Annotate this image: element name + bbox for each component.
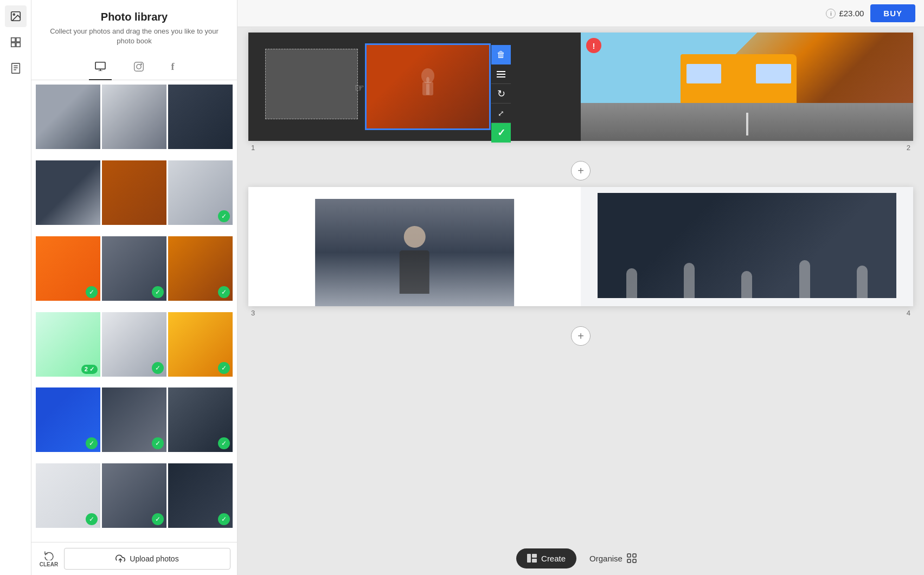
library-footer: CLEAR Upload photos — [31, 542, 237, 575]
check-badge: ✓ — [86, 437, 98, 449]
svg-rect-5 — [16, 43, 20, 47]
add-page-row-2: + — [571, 320, 591, 352]
spread-2: 3 4 — [248, 187, 913, 320]
price-value: £23.00 — [839, 9, 864, 18]
svg-rect-27 — [627, 559, 631, 563]
sidebar — [0, 0, 31, 575]
empty-photo-slot[interactable] — [265, 49, 358, 119]
filter-tool-button[interactable] — [491, 64, 511, 84]
list-item[interactable]: ✓ — [36, 387, 100, 452]
selected-photo-frame[interactable]: 🗑 ↻ ⤢ ✓ — [365, 43, 491, 130]
organise-button[interactable]: Organise — [581, 548, 645, 568]
rotate-tool-button[interactable]: ↻ — [491, 84, 511, 104]
list-item[interactable] — [102, 85, 166, 149]
source-tabs: f — [31, 51, 237, 80]
list-item[interactable]: ✓ — [102, 387, 166, 452]
check-badge: ✓ — [152, 513, 164, 525]
svg-rect-19 — [497, 71, 505, 72]
sidebar-photos-btn[interactable] — [5, 5, 27, 27]
svg-rect-17 — [426, 84, 429, 95]
list-item[interactable]: ✓ — [168, 463, 233, 528]
sidebar-pages-btn[interactable] — [5, 57, 27, 79]
svg-rect-26 — [633, 554, 636, 557]
check-badge: ✓ — [218, 362, 230, 374]
list-item[interactable]: ✓ — [168, 236, 233, 301]
page-number-1: 1 — [251, 144, 255, 152]
list-item[interactable] — [36, 160, 100, 225]
confirm-tool-button[interactable]: ✓ — [491, 123, 511, 143]
van-photo — [581, 33, 913, 141]
check-badge: ✓ — [86, 513, 98, 525]
child-photo — [367, 45, 490, 128]
list-item[interactable]: ✓ — [102, 312, 166, 377]
page-4[interactable] — [581, 187, 913, 306]
check-badge: ✓ — [218, 210, 230, 222]
list-item[interactable] — [168, 85, 233, 149]
page-2[interactable]: ! — [581, 33, 913, 141]
main-canvas: 🗑 ↻ ⤢ ✓ ☞ — [238, 0, 924, 575]
add-page-button-1[interactable]: + — [571, 161, 591, 180]
list-item[interactable]: ✓ — [102, 236, 166, 301]
list-item[interactable]: ✓ — [168, 160, 233, 225]
delete-tool-button[interactable]: 🗑 — [491, 45, 511, 64]
portrait-photo — [315, 199, 515, 306]
svg-rect-2 — [11, 38, 15, 42]
spread-2-row — [248, 187, 913, 306]
svg-rect-22 — [527, 554, 531, 563]
facebook-tab[interactable]: f — [166, 57, 180, 80]
resize-tool-button[interactable]: ⤢ — [491, 104, 511, 123]
svg-rect-25 — [627, 554, 631, 557]
photo-grid: ✓ ✓ ✓ ✓ 2 ✓ ✓ ✓ ✓ ✓ ✓ — [31, 80, 237, 542]
price-info: i £23.00 — [826, 9, 864, 18]
list-item[interactable]: ✓ — [102, 463, 166, 528]
page-3[interactable] — [248, 187, 581, 306]
computer-tab[interactable] — [89, 57, 112, 80]
svg-point-12 — [136, 64, 140, 69]
add-page-row-1: + — [571, 154, 591, 187]
page-1[interactable]: 🗑 ↻ ⤢ ✓ ☞ — [248, 33, 581, 141]
list-item[interactable]: ✓ — [168, 387, 233, 452]
svg-point-13 — [140, 64, 142, 65]
page-numbers-2: 3 4 — [248, 306, 913, 320]
svg-rect-24 — [532, 559, 537, 563]
svg-rect-10 — [95, 62, 105, 69]
upload-photos-button[interactable]: Upload photos — [64, 548, 230, 570]
svg-rect-11 — [134, 62, 143, 72]
sidebar-layouts-btn[interactable] — [5, 31, 27, 53]
check-badge: ✓ — [152, 437, 164, 449]
list-item[interactable] — [102, 160, 166, 225]
svg-rect-23 — [532, 554, 537, 558]
list-item[interactable]: ✓ — [36, 236, 100, 301]
instagram-tab[interactable] — [128, 57, 150, 80]
spread-1: 🗑 ↻ ⤢ ✓ ☞ — [248, 33, 913, 154]
list-item[interactable]: ✓ — [36, 463, 100, 528]
group-photo — [598, 193, 897, 298]
add-page-button-2[interactable]: + — [571, 326, 591, 346]
svg-rect-4 — [11, 43, 15, 47]
list-item[interactable]: 2 ✓ — [36, 312, 100, 377]
svg-point-18 — [426, 77, 429, 82]
photo-library-panel: Photo library Collect your photos and dr… — [31, 0, 238, 575]
error-badge: ! — [586, 38, 601, 53]
create-button[interactable]: Create — [516, 548, 576, 568]
page-number-4: 4 — [907, 309, 910, 317]
floating-toolbar: 🗑 ↻ ⤢ ✓ — [491, 45, 511, 143]
check-badge: ✓ — [86, 286, 98, 298]
list-item[interactable] — [36, 85, 100, 149]
library-title: Photo library — [42, 11, 226, 23]
svg-rect-20 — [497, 74, 505, 75]
svg-rect-21 — [497, 76, 505, 77]
library-subtitle: Collect your photos and drag the ones yo… — [42, 27, 226, 46]
top-bar: i £23.00 BUY — [238, 0, 924, 27]
page-numbers-1: 1 2 — [248, 141, 913, 154]
spread-1-row: 🗑 ↻ ⤢ ✓ ☞ — [248, 33, 913, 141]
check-badge: ✓ — [218, 513, 230, 525]
clear-button[interactable]: CLEAR — [38, 551, 60, 567]
buy-button[interactable]: BUY — [870, 4, 915, 22]
list-item[interactable]: ✓ — [168, 312, 233, 377]
svg-rect-6 — [11, 63, 20, 73]
check-badge: ✓ — [152, 286, 164, 298]
svg-point-1 — [13, 14, 15, 15]
cursor-icon: ☞ — [355, 81, 364, 94]
check-badge: ✓ — [218, 286, 230, 298]
